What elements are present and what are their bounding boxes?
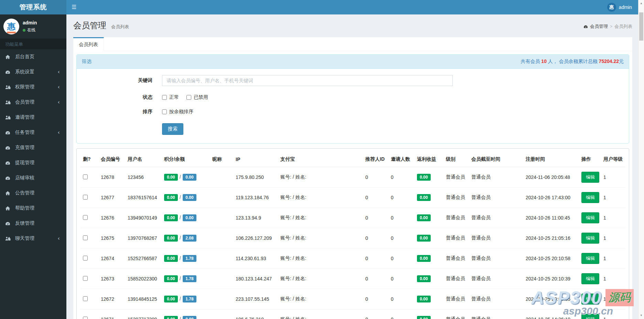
member-id: 12677 [101,195,114,200]
chevron-left-icon: ‹ [58,85,60,89]
gauge-icon [583,24,588,29]
member-until: 普通会员 [471,215,491,220]
column-header: 昵称 [210,152,233,167]
row-delete-checkbox[interactable] [83,276,88,281]
row-delete-checkbox[interactable] [83,235,88,240]
row-delete-checkbox[interactable] [83,174,88,179]
sidebar-item-label: 反馈管理 [15,220,61,226]
column-header: 注册时间 [523,152,579,167]
tab-member-list[interactable]: 会员列表 [73,37,104,51]
referrer-id: 0 [365,296,368,302]
sidebar-item-label: 充值管理 [15,145,61,151]
member-id: 12673 [101,276,114,281]
edit-button[interactable]: 编辑 [581,314,599,319]
scroll-up-arrow-icon[interactable]: ▲ [638,2,644,5]
sort-option-balance[interactable]: 按余额排序 [162,109,193,115]
balance-badge: 0.00 [183,194,196,201]
sort-balance-checkbox[interactable] [162,109,167,114]
edit-button[interactable]: 编辑 [581,233,599,244]
sidebar-user-panel: 惠 admin 在线 [0,14,66,39]
row-delete-checkbox[interactable] [83,317,88,319]
status-option-normal[interactable]: 正常 [162,94,179,100]
points-badge: 0.00 [164,316,178,319]
points-badge: 0.00 [164,194,178,201]
ip-address: 106.226.127.209 [236,235,272,241]
row-delete-checkbox[interactable] [83,256,88,260]
sidebar-item-label: 邀请管理 [15,114,61,120]
sidebar-item[interactable]: 帮助管理 [0,201,66,216]
invite-count: 0 [391,235,394,241]
member-id: 12674 [101,256,114,261]
member-level: 普通会员 [446,255,465,261]
scroll-down-arrow-icon[interactable]: ▼ [638,314,644,317]
member-id: 12676 [101,215,114,221]
sidebar-item[interactable]: 公告管理 [0,185,66,201]
alipay-info: 账号: / 姓名: [280,255,306,261]
sidebar-item[interactable]: 充值管理 [0,140,66,155]
sidebar-item[interactable]: 聊天管理‹ [0,231,66,246]
alipay-info: 账号: / 姓名: [280,174,306,180]
rebate-badge: 0.00 [417,214,431,221]
edit-button[interactable]: 编辑 [581,212,599,223]
tab-content: 筛选 共有会员 10 人， 会员余额累计总额 75204.22元 关键词 状态 … [73,51,632,319]
user-menu[interactable]: 惠 admin [604,0,635,14]
vertical-scrollbar[interactable]: ▲ ▼ [638,0,644,319]
column-header: 会员截至时间 [469,152,523,167]
edit-button[interactable]: 编辑 [581,273,599,284]
edit-button[interactable]: 编辑 [581,253,599,264]
sidebar-item-label: 提现管理 [15,160,61,166]
status-disabled-checkbox[interactable] [186,95,191,100]
gauge-icon [5,221,13,226]
search-button[interactable]: 搜索 [162,123,183,135]
separator: / [180,276,181,281]
row-delete-checkbox[interactable] [83,296,88,301]
status-normal-checkbox[interactable] [162,95,167,100]
sidebar-item[interactable]: 系统设置‹ [0,64,66,79]
user-level: 1 [603,215,606,221]
column-header: 级别 [443,152,469,167]
sidebar-item[interactable]: 后台首页 [0,49,66,64]
gauge-icon [5,160,13,166]
keyword-input[interactable] [162,75,453,86]
ip-address: 123.13.94.9 [236,215,261,221]
sidebar-item[interactable]: 邀请管理 [0,110,66,125]
status-disabled-label: 已禁用 [194,94,208,100]
member-until: 普通会员 [471,174,491,180]
sidebar-item[interactable]: 任务管理‹ [0,125,66,140]
sidebar-item[interactable]: 提现管理 [0,155,66,170]
chevron-left-icon: ‹ [58,131,60,134]
rebate-badge: 0.00 [417,255,431,262]
app-logo[interactable]: 管理系统 [0,0,66,14]
edit-button[interactable]: 编辑 [581,192,599,203]
sidebar-item[interactable]: 会员管理‹ [0,95,66,110]
username: 13914845125 [128,296,157,302]
member-stats: 共有会员 10 人， 会员余额累计总额 75204.22元 [520,59,624,65]
sidebar-item-label: 系统设置 [15,69,58,75]
column-header: 返利收益 [414,152,443,167]
chevron-left-icon: ‹ [58,70,60,74]
edit-button[interactable]: 编辑 [581,294,599,305]
home-icon [5,54,13,60]
row-delete-checkbox[interactable] [83,215,88,220]
member-table-box: 删?会员编号用户名积分/余额昵称IP支付宝推荐人ID邀请人数返利收益级别会员截至… [76,148,629,319]
member-table: 删?会员编号用户名积分/余额昵称IP支付宝推荐人ID邀请人数返利收益级别会员截至… [80,152,625,319]
row-delete-checkbox[interactable] [83,195,88,200]
sidebar-item[interactable]: 权限管理‹ [0,79,66,95]
status-option-disabled[interactable]: 已禁用 [186,94,208,100]
user-level: 1 [603,195,606,200]
member-level: 普通会员 [446,235,465,241]
register-time: 2024-10-26 17:43:00 [526,195,570,200]
points-badge: 0.00 [164,296,178,302]
user-level: 1 [603,296,606,302]
separator: / [180,316,181,319]
edit-button[interactable]: 编辑 [581,172,599,183]
sidebar-item[interactable]: 反馈管理 [0,216,66,231]
breadcrumb-separator: > [610,24,612,29]
sidebar-item[interactable]: 店铺审核 [0,170,66,185]
alipay-info: 账号: / 姓名: [280,276,306,281]
referrer-id: 0 [365,174,368,180]
user-level: 1 [603,256,606,261]
sidebar-toggle-button[interactable]: ☰ [66,0,82,14]
breadcrumb-item[interactable]: 会员管理 [590,23,608,30]
scrollbar-thumb[interactable] [639,12,643,41]
